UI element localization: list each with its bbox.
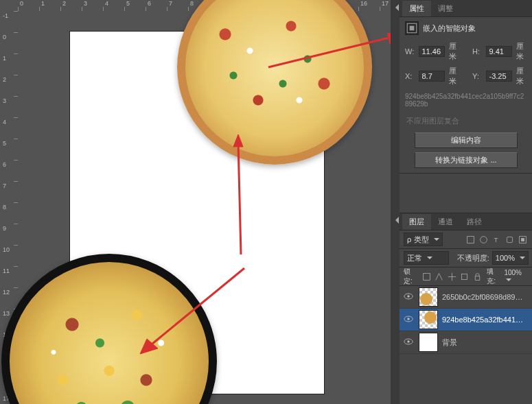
smart-object-icon <box>405 21 419 35</box>
filter-kind-icon: ρ <box>407 235 411 243</box>
panel-collapse-gutter[interactable] <box>391 0 400 404</box>
lock-position-icon[interactable] <box>434 271 445 282</box>
svg-rect-16 <box>475 276 480 280</box>
svg-rect-15 <box>462 274 467 279</box>
svg-text:T: T <box>494 235 498 243</box>
right-panel-column: 属性 调整 嵌入的智能对象 W: 11.46 厘米 H: 9.41 厘米 X: … <box>399 0 532 404</box>
smart-object-header: 嵌入的智能对象 <box>400 17 532 39</box>
x-label: X: <box>405 72 415 80</box>
dimension-row-wh: W: 11.46 厘米 H: 9.41 厘米 <box>400 39 532 64</box>
opacity-value-dropdown[interactable]: 100% <box>492 251 529 265</box>
tab-channels[interactable]: 通道 <box>431 214 460 230</box>
layer-row[interactable]: 背景 <box>400 331 532 354</box>
fill-value: 100% <box>504 269 522 276</box>
blend-mode-label: 正常 <box>407 253 422 263</box>
tab-properties[interactable]: 属性 <box>402 1 431 16</box>
layer-name[interactable]: 2650b0c2bf08698d895544a5543ca <box>442 293 524 301</box>
lock-pixels-icon[interactable] <box>421 271 432 282</box>
image-pizza-top[interactable] <box>177 0 372 165</box>
svg-point-9 <box>481 236 487 243</box>
svg-rect-7 <box>410 26 415 31</box>
filter-kind-label: 类型 <box>414 235 429 245</box>
layers-panel: 图层 通道 路径 ρ 类型 T 正常 不透明度: 100% <box>400 213 532 404</box>
svg-point-20 <box>407 318 410 320</box>
opacity-value: 100% <box>496 254 515 262</box>
tab-adjustments[interactable]: 调整 <box>431 1 460 16</box>
lock-fill-row: 锁定: 填充: 100% <box>400 268 532 286</box>
height-value[interactable]: 9.41 <box>486 46 512 57</box>
artboard[interactable] <box>70 32 324 394</box>
layer-thumbnail[interactable] <box>419 287 438 307</box>
svg-rect-14 <box>423 273 430 280</box>
file-hash: 924be8b425a32fb441cec2a105b9ff7c289629b <box>400 88 532 112</box>
layer-row[interactable]: 2650b0c2bf08698d895544a5543ca <box>400 286 532 309</box>
edit-contents-button[interactable]: 编辑内容 <box>415 132 518 148</box>
svg-rect-11 <box>507 237 512 242</box>
layer-thumbnail[interactable] <box>419 310 438 329</box>
object-type-label: 嵌入的智能对象 <box>423 23 476 34</box>
canvas-area[interactable] <box>18 11 399 404</box>
layer-comp-disabled: 不应用图层复合 <box>400 112 532 130</box>
layer-name[interactable]: 背景 <box>442 337 457 348</box>
svg-rect-13 <box>521 238 524 241</box>
lock-all-icon[interactable] <box>472 271 483 282</box>
blend-mode-dropdown[interactable]: 正常 <box>404 251 449 265</box>
filter-shape-icon[interactable] <box>504 234 516 246</box>
layer-filter-bar: ρ 类型 T <box>400 230 532 249</box>
filter-pixel-icon[interactable] <box>465 234 476 246</box>
width-value[interactable]: 11.46 <box>419 46 445 57</box>
lock-artboard-icon[interactable] <box>459 271 470 282</box>
properties-tab-bar: 属性 调整 <box>400 0 532 17</box>
width-label: W: <box>405 47 415 56</box>
tab-paths[interactable]: 路径 <box>460 214 489 230</box>
lock-label: 锁定: <box>404 267 419 286</box>
height-unit: 厘米 <box>516 41 528 62</box>
fill-value-dropdown[interactable]: 100% <box>504 269 529 284</box>
opacity-label: 不透明度: <box>457 253 489 263</box>
dimension-row-xy: X: 8.7 厘米 Y: -3.25 厘米 <box>400 64 532 88</box>
x-unit: 厘米 <box>449 66 461 86</box>
fill-label: 填充: <box>487 267 502 286</box>
height-label: H: <box>472 47 482 56</box>
image-pizza-bottom[interactable] <box>1 254 217 404</box>
filter-kind-dropdown[interactable]: ρ 类型 <box>404 233 443 246</box>
layer-visibility-toggle[interactable] <box>402 292 415 302</box>
layers-list: 2650b0c2bf08698d895544a5543ca924be8b425a… <box>400 286 532 404</box>
layer-visibility-toggle[interactable] <box>402 314 415 325</box>
filter-smart-icon[interactable] <box>517 234 529 246</box>
layers-tab-bar: 图层 通道 路径 <box>400 213 532 230</box>
svg-point-22 <box>407 340 410 343</box>
svg-rect-8 <box>467 236 474 243</box>
y-unit: 厘米 <box>516 66 528 86</box>
y-label: Y: <box>472 72 482 80</box>
convert-to-linked-button[interactable]: 转换为链接对象 ... <box>415 152 518 168</box>
tab-layers[interactable]: 图层 <box>402 214 431 230</box>
filter-adjust-icon[interactable] <box>478 234 489 246</box>
filter-type-icon[interactable]: T <box>491 234 502 246</box>
layer-visibility-toggle[interactable] <box>402 337 415 348</box>
y-value[interactable]: -3.25 <box>486 71 512 82</box>
width-unit: 厘米 <box>449 41 461 62</box>
layer-thumbnail[interactable] <box>419 333 438 352</box>
lock-move-icon[interactable] <box>446 271 457 282</box>
ruler-corner <box>0 0 19 12</box>
svg-point-18 <box>407 295 410 298</box>
layer-row[interactable]: 924be8b425a32fb441cec2a105b9f <box>400 309 532 331</box>
layer-name[interactable]: 924be8b425a32fb441cec2a105b9f <box>442 316 524 324</box>
x-value[interactable]: 8.7 <box>419 71 445 82</box>
blend-opacity-row: 正常 不透明度: 100% <box>400 249 532 268</box>
